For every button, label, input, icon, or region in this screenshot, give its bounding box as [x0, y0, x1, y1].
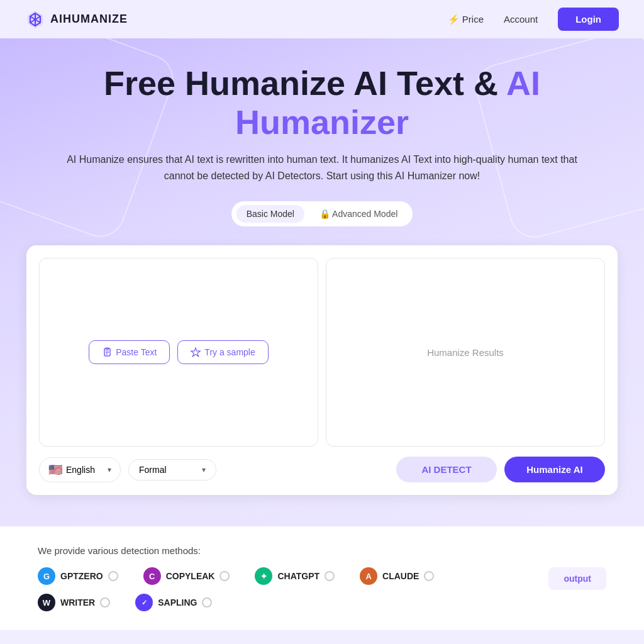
copyleak-label: COPYLEAK: [166, 571, 215, 581]
star-icon: [191, 347, 201, 357]
bottom-bar: 🇺🇸 English ▾ Formal ▾ AI DETECT Humanize…: [39, 457, 605, 482]
claude-icon: A: [360, 567, 377, 585]
basic-model-button[interactable]: Basic Model: [236, 205, 304, 223]
price-nav-item[interactable]: ⚡ Price: [448, 14, 484, 25]
detection-item-writer: W WRITER: [38, 594, 110, 611]
login-button[interactable]: Login: [558, 8, 619, 31]
tone-chevron-icon: ▾: [202, 465, 206, 474]
humanize-results-label: Humanize Results: [427, 347, 504, 358]
writer-radio[interactable]: [100, 597, 110, 608]
output-badge: output: [548, 567, 606, 590]
detection-section: We provide various detection methods: G …: [0, 526, 644, 630]
paste-text-button[interactable]: Paste Text: [89, 340, 170, 364]
output-panel: Humanize Results: [326, 258, 605, 447]
input-panel[interactable]: Paste Text Try a sample: [39, 258, 318, 447]
gptzero-radio[interactable]: [108, 571, 118, 581]
hero-title-accent: AI: [506, 64, 540, 102]
copyleak-radio[interactable]: [219, 571, 230, 581]
svg-marker-10: [191, 348, 201, 357]
methods-grid: G GPTZERO C COPYLEAK ✦ CHATGPT: [38, 567, 548, 611]
gptzero-icon: G: [38, 567, 55, 585]
detection-row: G GPTZERO C COPYLEAK ✦ CHATGPT: [38, 567, 606, 611]
account-nav-item[interactable]: Account: [504, 14, 538, 25]
chatgpt-radio[interactable]: [325, 571, 335, 581]
model-toggle: Basic Model 🔒 Advanced Model: [231, 201, 413, 226]
ai-detect-button[interactable]: AI DETECT: [396, 457, 497, 482]
main-editor-card: Paste Text Try a sample Humanize Results: [26, 245, 618, 495]
detection-title: We provide various detection methods:: [38, 545, 606, 556]
hero-subtitle: AI Humanize ensures that AI text is rewr…: [64, 152, 580, 184]
sapling-radio[interactable]: [202, 597, 212, 608]
hero-title-line2: Humanizer: [235, 103, 409, 141]
action-buttons: Paste Text Try a sample: [89, 340, 269, 364]
tone-selector[interactable]: Formal ▾: [128, 459, 216, 480]
clipboard-icon: [102, 347, 112, 357]
detection-item-sapling: ✓ SAPLING: [135, 594, 212, 611]
methods-row-2: W WRITER ✓ SAPLING: [38, 594, 548, 611]
lock-icon: 🔒: [319, 209, 330, 219]
methods-row-1: G GPTZERO C COPYLEAK ✦ CHATGPT: [38, 567, 548, 585]
logo-text: AIHUMANIZE: [50, 13, 128, 26]
hero-title: Free Humanize AI Text & AI Humanizer: [25, 64, 619, 142]
sapling-label: SAPLING: [158, 597, 197, 608]
language-label: English: [66, 465, 95, 475]
us-flag-icon: 🇺🇸: [48, 463, 62, 477]
sapling-icon: ✓: [135, 594, 153, 611]
detection-item-gptzero: G GPTZERO: [38, 567, 118, 585]
claude-radio[interactable]: [424, 571, 434, 581]
detection-item-chatgpt: ✦ CHATGPT: [255, 567, 335, 585]
detection-item-claude: A CLAUDE: [360, 567, 434, 585]
claude-label: CLAUDE: [382, 571, 419, 581]
tone-label: Formal: [139, 465, 167, 475]
try-sample-button[interactable]: Try a sample: [177, 340, 268, 364]
copyleak-icon: C: [143, 567, 161, 585]
writer-label: WRITER: [60, 597, 95, 608]
hero-title-part1: Free Humanize AI Text &: [104, 64, 506, 102]
humanize-button[interactable]: Humanize AI: [504, 457, 605, 482]
logo[interactable]: AIHUMANIZE: [25, 9, 128, 30]
header-nav: ⚡ Price Account Login: [448, 8, 619, 31]
gptzero-label: GPTZERO: [60, 571, 103, 581]
editor-area: Paste Text Try a sample Humanize Results: [39, 258, 605, 447]
writer-icon: W: [38, 594, 55, 611]
advanced-model-button[interactable]: 🔒 Advanced Model: [309, 205, 408, 223]
language-selector[interactable]: 🇺🇸 English ▾: [39, 457, 121, 482]
chatgpt-label: CHATGPT: [277, 571, 319, 581]
chevron-down-icon: ▾: [108, 465, 111, 474]
chatgpt-icon: ✦: [255, 567, 272, 585]
logo-icon: [25, 9, 45, 30]
hero-section: Free Humanize AI Text & AI Humanizer AI …: [0, 38, 644, 526]
detection-item-copyleak: C COPYLEAK: [143, 567, 230, 585]
